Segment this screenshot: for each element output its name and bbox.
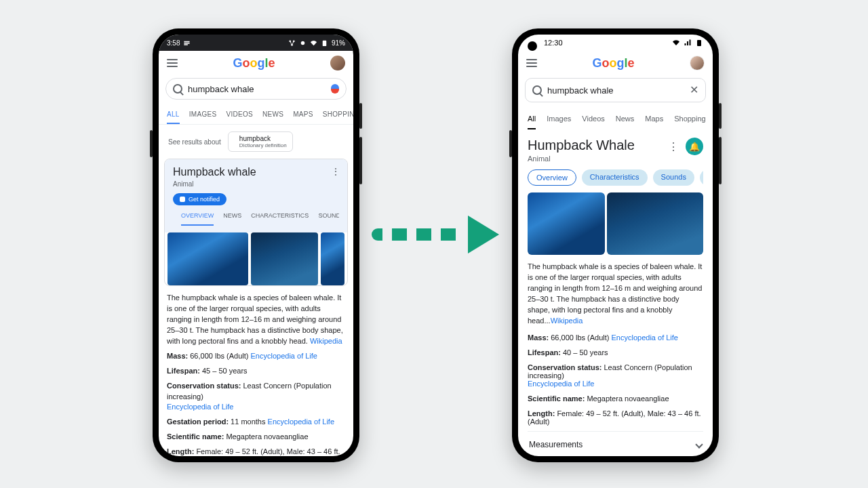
battery-icon <box>695 39 703 47</box>
tab-news[interactable]: NEWS <box>262 105 283 124</box>
kp-title: Humpback whale <box>173 166 339 178</box>
bluetooth-icon <box>299 39 307 47</box>
pill-characteristics[interactable]: Characteristics <box>582 169 648 186</box>
dictionary-chip[interactable]: humpbackDictionary definition <box>228 131 293 152</box>
arrow-head-icon <box>468 216 499 253</box>
tab-shopping[interactable]: Shopping <box>674 110 706 129</box>
source-link[interactable]: Encyclopedia of Life <box>251 352 317 360</box>
account-avatar[interactable] <box>330 56 345 70</box>
fact-row: Lifespan: 40 – 50 years <box>528 348 703 357</box>
source-link[interactable]: Encyclopedia of Life <box>612 333 678 342</box>
kp-type: Animal <box>173 180 339 188</box>
menu-icon[interactable] <box>167 59 178 67</box>
clear-icon[interactable]: ✕ <box>690 85 698 96</box>
notification-icon <box>183 39 191 47</box>
gallery-image[interactable] <box>167 232 248 285</box>
image-gallery[interactable] <box>165 232 347 285</box>
battery-icon <box>321 39 328 47</box>
sra-label: See results about <box>168 138 221 146</box>
tab-images[interactable]: Images <box>547 110 571 129</box>
status-bar: 12:30 <box>518 35 713 51</box>
fact-row: Conservation status: Least Concern (Popu… <box>528 363 703 388</box>
tab-news[interactable]: News <box>616 110 635 129</box>
topic-pills: Overview Characteristics Sounds Videos <box>528 169 703 186</box>
see-results-about: See results about humpbackDictionary def… <box>159 125 353 159</box>
battery-percentage: 91% <box>332 39 345 47</box>
voice-search-icon[interactable] <box>331 84 339 94</box>
source-link[interactable]: Encyclopedia of Life <box>167 403 233 411</box>
cast-icon <box>288 39 296 47</box>
svg-rect-4 <box>323 40 327 45</box>
signal-icon <box>684 39 692 47</box>
kp-tab-characteristics[interactable]: CHARACTERISTICS <box>251 212 309 226</box>
fact-row: Scientific name: Megaptera novaeangliae <box>528 394 703 403</box>
fact-row: Conservation status: Least Concern (Popu… <box>167 381 345 413</box>
status-time: 3:58 <box>167 39 180 47</box>
bell-icon: 🔔 <box>689 142 700 152</box>
google-logo: Google <box>592 56 634 70</box>
source-link[interactable]: Encyclopedia of Life <box>528 380 594 388</box>
notify-button[interactable]: 🔔 <box>686 138 703 155</box>
kp-description: The humpback whale is a species of balee… <box>528 262 702 325</box>
fact-row: Gestation period: 11 months Encyclopedia… <box>167 417 345 428</box>
wifi-icon <box>672 39 680 47</box>
fact-row: Length: Female: 49 – 52 ft. (Adult), Mal… <box>167 447 345 456</box>
search-icon <box>173 84 182 94</box>
knowledge-panel: ⋮ Humpback whale Animal Get notified OVE… <box>164 159 348 286</box>
tab-videos[interactable]: Videos <box>582 110 604 129</box>
kp-tab-news[interactable]: NEWS <box>223 212 241 226</box>
gallery-image[interactable] <box>607 192 703 255</box>
google-logo: Google <box>233 56 275 70</box>
status-bar: 3:58 91% <box>159 35 353 51</box>
tab-images[interactable]: IMAGES <box>189 105 217 124</box>
kp-title: Humpback Whale <box>528 138 635 153</box>
kp-tab-overview[interactable]: OVERVIEW <box>181 212 214 226</box>
search-tabs: ALL IMAGES VIDEOS NEWS MAPS SHOPPING <box>159 105 353 125</box>
chevron-down-icon <box>695 441 703 448</box>
knowledge-panel: Humpback Whale Animal ⋮ 🔔 Overview Chara… <box>518 129 713 456</box>
wikipedia-link[interactable]: Wikipedia <box>310 337 342 345</box>
get-notified-button[interactable]: Get notified <box>173 193 226 205</box>
svg-point-3 <box>301 41 305 45</box>
gallery-image[interactable] <box>528 192 605 255</box>
svg-rect-5 <box>697 40 701 46</box>
tab-all[interactable]: ALL <box>167 105 180 124</box>
phone-new-design: 12:30 Google humpback whale ✕ <box>512 28 719 462</box>
account-avatar[interactable] <box>690 56 705 70</box>
source-link[interactable]: Encyclopedia of Life <box>268 418 334 426</box>
phone-old-design: 3:58 91% Google h <box>153 28 359 462</box>
fact-row: Mass: 66,000 lbs (Adult) Encyclopedia of… <box>167 351 345 362</box>
fact-row: Mass: 66,000 lbs (Adult) Encyclopedia of… <box>528 333 703 342</box>
tab-shopping[interactable]: SHOPPING <box>323 105 353 124</box>
kp-tab-sounds[interactable]: SOUNDS <box>318 212 339 226</box>
search-query: humpback whale <box>547 85 684 96</box>
search-input[interactable]: humpback whale <box>165 78 347 100</box>
gallery-image[interactable] <box>251 232 318 285</box>
fact-row: Scientific name: Megaptera novaeangliae <box>167 432 345 443</box>
pill-sounds[interactable]: Sounds <box>653 169 694 186</box>
wikipedia-link[interactable]: Wikipedia <box>551 317 583 325</box>
status-time: 12:30 <box>544 39 563 47</box>
fact-row: Length: Female: 49 – 52 ft. (Adult), Mal… <box>528 409 703 426</box>
wifi-icon <box>310 39 317 47</box>
search-icon <box>532 85 542 95</box>
tab-maps[interactable]: MAPS <box>293 105 313 124</box>
more-icon[interactable]: ⋮ <box>331 166 340 177</box>
tab-maps[interactable]: Maps <box>645 110 663 129</box>
menu-icon[interactable] <box>526 59 537 67</box>
pill-videos[interactable]: Videos <box>700 169 703 186</box>
pill-overview[interactable]: Overview <box>528 169 576 186</box>
gallery-image[interactable] <box>321 232 344 285</box>
search-tabs: All Images Videos News Maps Shopping <box>518 108 713 129</box>
image-gallery[interactable] <box>528 192 703 255</box>
kp-type: Animal <box>528 155 635 163</box>
fact-row: Lifespan: 45 – 50 years <box>167 366 345 377</box>
more-icon[interactable]: ⋮ <box>668 140 679 153</box>
search-query: humpback whale <box>188 84 326 94</box>
search-input[interactable]: humpback whale ✕ <box>525 78 706 102</box>
punch-hole-camera <box>528 41 537 51</box>
transition-arrow <box>372 216 499 253</box>
expand-measurements[interactable]: Measurements <box>528 431 703 456</box>
tab-videos[interactable]: VIDEOS <box>226 105 253 124</box>
tab-all[interactable]: All <box>528 110 536 129</box>
